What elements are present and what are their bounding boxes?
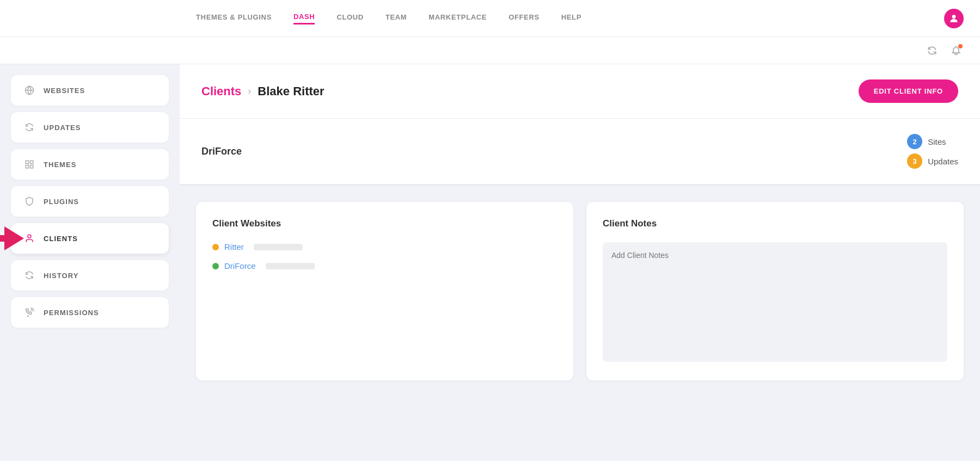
breadcrumb-current: Blake Ritter bbox=[258, 84, 324, 99]
client-company: DriForce bbox=[201, 146, 242, 157]
arrow-head bbox=[4, 226, 24, 250]
svg-point-0 bbox=[952, 15, 956, 19]
sidebar-item-updates[interactable]: UPDATES bbox=[11, 112, 169, 143]
client-info-section: DriForce 2 Sites 3 Updates bbox=[180, 119, 980, 186]
clients-icon bbox=[24, 233, 35, 244]
svg-rect-4 bbox=[26, 165, 28, 168]
permissions-label: PERMISSIONS bbox=[44, 309, 99, 317]
themes-icon bbox=[24, 159, 35, 170]
plugins-label: PLUGINS bbox=[44, 198, 79, 206]
svg-rect-2 bbox=[26, 161, 28, 163]
website-url-blur-ritter bbox=[254, 244, 303, 250]
client-stats: 2 Sites 3 Updates bbox=[907, 134, 958, 169]
edit-client-info-button[interactable]: EDIT CLIENT INFO bbox=[859, 79, 958, 103]
nav-team[interactable]: TEAM bbox=[385, 13, 407, 23]
svg-rect-3 bbox=[30, 161, 33, 163]
updates-stat-row: 3 Updates bbox=[907, 153, 958, 169]
clients-label: CLIENTS bbox=[44, 235, 78, 243]
themes-label: THEMES bbox=[44, 161, 76, 169]
sub-navigation bbox=[0, 37, 980, 64]
top-navigation: THEMES & PLUGINS DASH CLOUD TEAM MARKETP… bbox=[0, 0, 980, 37]
website-url-blur-driforce bbox=[266, 263, 315, 269]
sidebar-item-websites[interactable]: WEBSITES bbox=[11, 75, 169, 106]
notification-dot bbox=[958, 44, 963, 48]
sites-stat-row: 2 Sites bbox=[907, 134, 958, 149]
website-link-ritter[interactable]: Ritter bbox=[224, 242, 244, 251]
notification-icon[interactable] bbox=[948, 43, 964, 58]
updates-label: UPDATES bbox=[44, 124, 81, 132]
arrow-indicator bbox=[0, 226, 24, 250]
nav-help[interactable]: HELP bbox=[561, 13, 581, 23]
sites-label: Sites bbox=[928, 137, 946, 146]
website-item-driforce[interactable]: DriForce bbox=[212, 261, 557, 271]
sites-count-badge: 2 bbox=[907, 134, 922, 149]
notes-textarea[interactable] bbox=[603, 242, 947, 362]
nav-themes-plugins[interactable]: THEMES & PLUGINS bbox=[196, 13, 272, 23]
nav-marketplace[interactable]: MARKETPLACE bbox=[428, 13, 487, 23]
client-websites-card: Client Websites Ritter DriForce bbox=[196, 202, 573, 380]
breadcrumb-chevron: › bbox=[248, 85, 251, 97]
nav-cloud[interactable]: CLOUD bbox=[336, 13, 363, 23]
sidebar: WEBSITES UPDATES THEMES bbox=[0, 64, 180, 461]
notes-card-title: Client Notes bbox=[603, 218, 947, 229]
website-dot-ritter bbox=[212, 244, 219, 250]
globe-icon bbox=[24, 85, 35, 96]
breadcrumb-parent[interactable]: Clients bbox=[201, 84, 241, 99]
history-icon bbox=[24, 270, 35, 281]
main-content: Clients › Blake Ritter EDIT CLIENT INFO … bbox=[180, 64, 980, 461]
main-layout: WEBSITES UPDATES THEMES bbox=[0, 64, 980, 461]
client-notes-card: Client Notes bbox=[586, 202, 964, 380]
user-avatar[interactable] bbox=[944, 9, 964, 28]
sidebar-item-clients[interactable]: CLIENTS bbox=[11, 223, 169, 254]
cards-section: Client Websites Ritter DriForce Client N… bbox=[180, 186, 980, 397]
updates-label: Updates bbox=[928, 157, 958, 166]
website-link-driforce[interactable]: DriForce bbox=[224, 261, 256, 271]
sidebar-item-permissions[interactable]: PERMISSIONS bbox=[11, 297, 169, 328]
sidebar-item-history[interactable]: HISTORY bbox=[11, 260, 169, 291]
refresh-icon[interactable] bbox=[924, 43, 940, 58]
website-dot-driforce bbox=[212, 263, 219, 269]
svg-point-6 bbox=[28, 235, 31, 238]
sidebar-clients-wrapper: CLIENTS bbox=[11, 223, 169, 254]
sidebar-item-themes[interactable]: THEMES bbox=[11, 149, 169, 180]
website-item-ritter[interactable]: Ritter bbox=[212, 242, 557, 251]
nav-links: THEMES & PLUGINS DASH CLOUD TEAM MARKETP… bbox=[196, 13, 944, 24]
websites-label: WEBSITES bbox=[44, 87, 85, 95]
permissions-icon bbox=[24, 307, 35, 318]
svg-rect-5 bbox=[30, 165, 33, 168]
updates-count-badge: 3 bbox=[907, 153, 922, 169]
nav-offers[interactable]: OFFERS bbox=[509, 13, 540, 23]
history-label: HISTORY bbox=[44, 272, 78, 280]
nav-right bbox=[944, 9, 980, 28]
content-header: Clients › Blake Ritter EDIT CLIENT INFO bbox=[180, 64, 980, 119]
websites-card-title: Client Websites bbox=[212, 218, 557, 229]
svg-point-7 bbox=[27, 316, 28, 317]
updates-icon bbox=[24, 122, 35, 133]
plugins-icon bbox=[24, 196, 35, 207]
sidebar-item-plugins[interactable]: PLUGINS bbox=[11, 186, 169, 217]
nav-dash[interactable]: DASH bbox=[293, 13, 315, 24]
breadcrumb: Clients › Blake Ritter bbox=[201, 84, 324, 99]
